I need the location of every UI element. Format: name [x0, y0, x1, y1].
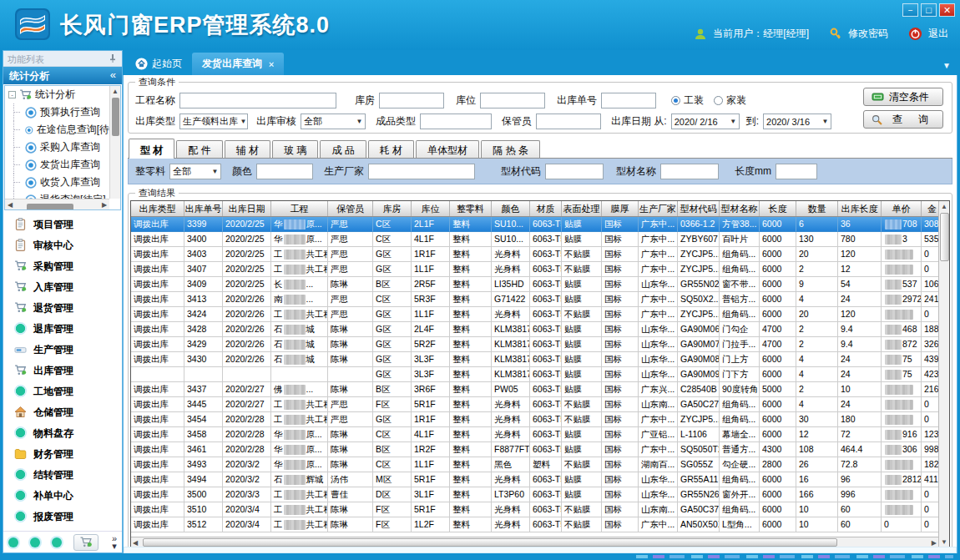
tree-expander-icon[interactable]: -	[8, 91, 16, 98]
table-row[interactable]: 调拨出库35102020/3/4工共工程陈琳F区5R1F整料光身料6063-T5…	[131, 502, 938, 517]
footer-dot-icon[interactable]	[8, 537, 18, 547]
minimize-button[interactable]: －	[902, 3, 918, 17]
footer-dot-icon[interactable]	[30, 537, 40, 547]
table-row[interactable]: 调拨出库35002020/3/3工共工程曹佳D区3L1F整料LT3P606063…	[131, 487, 938, 502]
table-row[interactable]: G区3L3F整料KLM38176063-T5贴膜国标山东华...GA90M09.…	[131, 367, 938, 382]
material-tab[interactable]: 辅 材	[225, 140, 270, 158]
sidebar-item-dot[interactable]: 结转管理	[3, 465, 122, 486]
column-header[interactable]: 出库长度	[838, 201, 882, 216]
sidebar-item-clipboard[interactable]: 审核中心	[3, 235, 122, 256]
sidebar-item-dot[interactable]: 物料盘存	[3, 423, 122, 444]
logout-button[interactable]: 退出	[928, 27, 948, 41]
chevron-down-icon[interactable]: ▼	[942, 61, 951, 70]
column-header[interactable]: 表面处理	[562, 201, 602, 216]
sidebar-item-cart[interactable]: 退货管理	[3, 298, 122, 319]
table-row[interactable]: 调拨出库34242020/2/26工共工程严思G区1L1F整料光身料6063-T…	[131, 307, 938, 322]
material-tab[interactable]: 单体型材	[416, 140, 479, 158]
manufacturer-input[interactable]	[368, 164, 475, 179]
radio-industrial[interactable]: 工装	[671, 93, 704, 108]
column-header[interactable]: 生产厂家	[639, 201, 678, 216]
location-input[interactable]	[480, 93, 545, 108]
order-no-input[interactable]	[601, 93, 656, 108]
table-row[interactable]: 调拨出库34372020/2/27佛...陈琳B区3R6F整料PW056063-…	[131, 382, 938, 397]
vscroll-thumb[interactable]	[940, 213, 949, 261]
tab-close-icon[interactable]: ×	[269, 59, 274, 69]
warehouse-input[interactable]	[379, 93, 444, 108]
material-tab[interactable]: 型 材	[129, 139, 174, 159]
table-row[interactable]: 调拨出库34002020/2/25华原...严思C区4L1F整料SU10...6…	[131, 232, 938, 247]
table-row[interactable]: 调拨出库34932020/3/2华原...陈琳C区1L1F整料黑色塑料不贴膜国标…	[131, 457, 938, 472]
column-header[interactable]: 颜色	[492, 201, 530, 216]
change-password-link[interactable]: 修改密码	[848, 27, 888, 41]
column-header[interactable]: 长度	[760, 201, 796, 216]
tab-shipping-query[interactable]: 发货出库查询 ×	[192, 53, 284, 75]
sidebar-item-dot[interactable]: 补单中心	[3, 486, 122, 507]
scroll-left-icon[interactable]: ◀	[5, 199, 15, 210]
maximize-button[interactable]: □	[921, 3, 937, 17]
material-tab[interactable]: 玻 璃	[272, 140, 318, 158]
column-header[interactable]: 膜厚	[602, 201, 639, 216]
radio-home[interactable]: 家装	[714, 93, 746, 108]
sidebar-item-dot[interactable]: 退库管理	[3, 319, 122, 340]
table-row[interactable]: 调拨出库34302020/2/26石城陈琳G区3L3F整料KLM38176063…	[131, 352, 938, 367]
sidebar-item-dot[interactable]: 工地管理	[3, 381, 122, 402]
footer-dot-icon[interactable]	[52, 537, 62, 547]
color-input[interactable]	[256, 164, 313, 179]
table-row[interactable]: 调拨出库35122020/3/4工共工程陈琳F区1L2F整料光身料6063-T5…	[131, 517, 938, 532]
tree-item[interactable]: 在途信息查询[待	[5, 121, 109, 139]
tree-item[interactable]: 采购入库查询	[5, 139, 109, 156]
tab-home[interactable]: 起始页	[125, 53, 192, 75]
sidebar-item-cart[interactable]: 采购管理	[3, 256, 122, 277]
grid-vertical-scrollbar[interactable]: ▲ ▼	[938, 201, 949, 547]
date-from-picker[interactable]: 2020/ 2/16▼	[671, 114, 740, 129]
column-header[interactable]: 型材代码	[678, 201, 720, 216]
outbound-type-select[interactable]: 生产领料出库▼	[179, 114, 248, 129]
project-name-input[interactable]	[179, 93, 336, 108]
tree-horizontal-scrollbar[interactable]: ◀ ▶	[5, 199, 109, 209]
tree-item[interactable]: 发货出库查询	[5, 156, 109, 174]
column-header[interactable]: 保管员	[328, 201, 373, 216]
material-tab[interactable]: 隔 热 条	[481, 140, 540, 158]
table-row[interactable]: 调拨出库34942020/3/2石辉城汤伟M区5R1F整料光身料6063-T5贴…	[131, 472, 938, 487]
pin-icon[interactable]	[108, 53, 118, 63]
search-button[interactable]: 查 询	[863, 110, 943, 129]
footer-cart-button[interactable]	[73, 534, 99, 551]
column-header[interactable]: 库位	[412, 201, 450, 216]
table-row[interactable]: 调拨出库34282020/2/26石城陈琳G区2L4F整料KLM38176063…	[131, 322, 938, 337]
tree-item[interactable]: 预算执行查询	[5, 103, 109, 121]
table-row[interactable]: 调拨出库34072020/2/25工共工程严思G区1L1F整料光身料6063-T…	[131, 262, 938, 277]
scroll-up-icon[interactable]: ▲	[110, 86, 120, 97]
collapse-icon[interactable]: «	[110, 68, 116, 81]
audit-select[interactable]: 全部▼	[301, 114, 366, 129]
material-tab[interactable]: 成 品	[320, 140, 366, 158]
table-row[interactable]: 调拨出库34292020/2/26石城陈琳G区5R2F整料KLM38176063…	[131, 337, 938, 352]
scroll-up-icon[interactable]: ▲	[939, 201, 949, 212]
sidebar-item-house[interactable]: 仓储管理	[3, 402, 122, 423]
hscroll-thumb[interactable]	[143, 538, 837, 547]
tree-item[interactable]: 退货查询[待定]	[5, 191, 109, 199]
sidebar-item-chart[interactable]: 生产管理	[3, 340, 122, 361]
sidebar-item-folder[interactable]: 财务管理	[3, 444, 122, 465]
keeper-input[interactable]	[536, 114, 601, 129]
column-header[interactable]: 金	[922, 201, 938, 216]
table-row[interactable]: 调拨出库34132020/2/26南...严思C区5R3F整料G71422606…	[131, 292, 938, 307]
product-type-input[interactable]	[420, 114, 492, 129]
date-to-picker[interactable]: 2020/ 3/16▼	[763, 114, 831, 129]
column-header[interactable]: 出库单号	[184, 201, 223, 216]
profile-code-input[interactable]	[545, 164, 604, 179]
column-header[interactable]: 库房	[373, 201, 412, 216]
material-tab[interactable]: 配 件	[176, 140, 222, 158]
tree-item[interactable]: 收货入库查询	[5, 174, 109, 191]
table-row[interactable]: 调拨出库34452020/2/27工共工程严思F区5R1F整料光身料6063-T…	[131, 397, 938, 412]
table-row[interactable]: 调拨出库34612020/2/28华原...陈琳B区1R2F整料F8877FT6…	[131, 442, 938, 457]
table-row[interactable]: 调拨出库34582020/2/28华原...陈琳C区4L1F整料光身料6063-…	[131, 427, 938, 442]
column-header[interactable]: 工程	[271, 201, 328, 216]
column-header[interactable]: 数量	[796, 201, 838, 216]
column-header[interactable]: 整零料	[450, 201, 492, 216]
sidebar-item-clipboard[interactable]: 项目管理	[3, 214, 122, 235]
profile-name-input[interactable]	[660, 164, 719, 179]
sidebar-item-cart[interactable]: 出库管理	[3, 361, 122, 381]
sidebar-section-header[interactable]: 统计分析 «	[3, 67, 122, 84]
sidebar-item-dot[interactable]: 报废管理	[3, 507, 122, 527]
sidebar-item-cart[interactable]: 入库管理	[3, 277, 122, 298]
